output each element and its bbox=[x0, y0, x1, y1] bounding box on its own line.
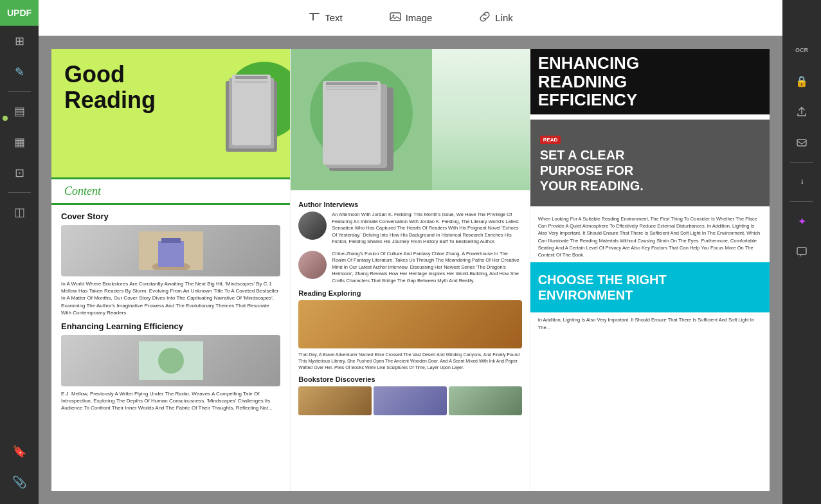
choose-env-title: CHOOSE THE RIGHT ENVIRONMENT bbox=[538, 272, 762, 303]
right-sidebar: OCR 🔒 ℹ ✦ bbox=[782, 0, 821, 504]
svg-rect-22 bbox=[326, 82, 377, 85]
main-content: Good Reading Content bbox=[39, 36, 782, 504]
cover-story-image bbox=[61, 225, 280, 276]
document-col2: Author Interviews An Afternoon With Jord… bbox=[291, 49, 530, 491]
svg-point-3 bbox=[392, 14, 394, 16]
sidebar-divider-1 bbox=[8, 91, 31, 92]
bookstore-grid bbox=[298, 386, 521, 415]
col2-book-image bbox=[291, 49, 529, 190]
app-logo: UPDF bbox=[0, 0, 39, 26]
right-icon-email[interactable] bbox=[789, 130, 815, 156]
col1-sections: Cover Story In A World Where Bookstores … bbox=[51, 205, 290, 424]
svg-rect-14 bbox=[161, 238, 181, 243]
sidebar-icon-pages[interactable]: ⊞ bbox=[6, 28, 32, 54]
bookstore-title: Bookstore Discoveries bbox=[298, 375, 521, 383]
image-tool-label: Image bbox=[406, 12, 433, 23]
sidebar-icon-attachment[interactable]: 📎 bbox=[6, 469, 32, 495]
author2-row: Chloe-Zhang's Fusion Of Culture And Fant… bbox=[298, 251, 521, 285]
svg-rect-25 bbox=[797, 140, 806, 146]
svg-rect-0 bbox=[309, 13, 320, 14]
col3-body-text1: When Looking For A Suitable Reading Envi… bbox=[530, 212, 770, 263]
author1-row: An Afternoon With Jordan K. Fielding: Th… bbox=[298, 212, 521, 246]
author1-text: An Afternoon With Jordan K. Fielding: Th… bbox=[332, 212, 521, 246]
sidebar-divider-2 bbox=[8, 192, 31, 193]
top-toolbar: Text Image Link bbox=[39, 0, 782, 36]
sidebar-bottom: 🔖 📎 bbox=[6, 436, 32, 504]
svg-rect-21 bbox=[323, 81, 381, 165]
active-indicator bbox=[3, 116, 8, 121]
reading-explore-text: That Day, A Brave Adventurer Named Elise… bbox=[298, 352, 521, 370]
right-icon-ocr[interactable]: OCR bbox=[789, 37, 815, 63]
enhance-learning-text: E.J. Mellow, Previously A Writer Flying … bbox=[61, 390, 280, 412]
cover-story-title: Cover Story bbox=[61, 212, 280, 221]
document-page: Good Reading Content bbox=[51, 49, 770, 491]
right-icon-info[interactable]: ℹ bbox=[789, 169, 815, 195]
cover-story-text: In A World Where Bookstores Are Constant… bbox=[61, 280, 280, 316]
sidebar-icon-organize[interactable]: ⊡ bbox=[6, 160, 32, 186]
reading-explore-image bbox=[298, 300, 521, 348]
svg-rect-1 bbox=[312, 13, 314, 21]
col3-env-text: In Addition, Lighting Is Also Very Impor… bbox=[530, 316, 770, 335]
right-icon-share[interactable] bbox=[789, 99, 815, 125]
image-tool-icon bbox=[389, 10, 402, 26]
bookstore-img-2 bbox=[374, 386, 447, 415]
right-divider-1 bbox=[790, 162, 813, 163]
sidebar-icon-bookmark[interactable]: 🔖 bbox=[6, 438, 32, 464]
reading-exploring-title: Reading Exploring bbox=[298, 289, 521, 297]
author1-avatar bbox=[298, 212, 327, 240]
sidebar-icon-layers[interactable]: ◫ bbox=[6, 199, 32, 225]
set-purpose-section: READ SET A CLEAR PURPOSE FOR YOUR READIN… bbox=[530, 120, 770, 206]
document-col3: ENHANCING READNING EFFICIENCY READ SET A… bbox=[530, 49, 770, 491]
text-tool-label: Text bbox=[325, 12, 343, 23]
bookstore-img-1 bbox=[298, 386, 372, 415]
right-divider-2 bbox=[790, 201, 813, 202]
svg-rect-2 bbox=[390, 13, 401, 21]
svg-rect-8 bbox=[232, 75, 271, 145]
sidebar-icon-edit[interactable]: ✎ bbox=[6, 59, 32, 85]
svg-rect-9 bbox=[235, 76, 267, 79]
document-col1: Good Reading Content bbox=[51, 49, 291, 491]
sidebar-icon-forms[interactable]: ▦ bbox=[6, 129, 32, 155]
set-purpose-title: SET A CLEAR PURPOSE FOR YOUR READING. bbox=[540, 147, 760, 194]
link-tool[interactable]: Link bbox=[468, 5, 523, 31]
right-icon-protect[interactable]: 🔒 bbox=[789, 68, 815, 94]
col1-content-label: Content bbox=[51, 177, 290, 205]
read-badge: READ bbox=[540, 136, 561, 144]
image-tool[interactable]: Image bbox=[379, 5, 443, 31]
author2-avatar bbox=[298, 251, 327, 279]
right-icon-ai[interactable]: ✦ bbox=[789, 208, 815, 234]
author-interviews-title: Author Interviews bbox=[298, 201, 521, 208]
author2-text: Chloe-Zhang's Fusion Of Culture And Fant… bbox=[332, 251, 521, 285]
col2-content: Author Interviews An Afternoon With Jord… bbox=[291, 190, 529, 420]
svg-rect-26 bbox=[797, 248, 806, 255]
text-tool[interactable]: Text bbox=[298, 5, 353, 31]
enhance-title: ENHANCING READNING EFFICIENCY bbox=[538, 54, 762, 109]
enhance-learning-image bbox=[61, 335, 280, 386]
left-sidebar: UPDF ⊞ ✎ ▤ ▦ ⊡ ◫ 🔖 📎 bbox=[0, 0, 39, 504]
choose-env-section: CHOOSE THE RIGHT ENVIRONMENT bbox=[530, 262, 770, 312]
sidebar-icon-comment[interactable]: ▤ bbox=[6, 98, 32, 124]
enhance-learning-title: Enhancing Learning Efficiency bbox=[61, 321, 280, 331]
svg-rect-23 bbox=[326, 86, 377, 87]
right-icon-chat[interactable] bbox=[789, 239, 815, 265]
link-tool-icon bbox=[478, 10, 491, 26]
svg-rect-13 bbox=[158, 241, 184, 267]
svg-rect-24 bbox=[326, 89, 377, 90]
bookstore-img-3 bbox=[449, 386, 522, 415]
link-tool-label: Link bbox=[495, 12, 513, 23]
svg-point-16 bbox=[158, 348, 184, 374]
book-image bbox=[219, 68, 284, 152]
col3-header: ENHANCING READNING EFFICIENCY bbox=[530, 49, 770, 114]
text-tool-icon bbox=[308, 10, 321, 26]
svg-rect-10 bbox=[235, 81, 267, 83]
col1-header: Good Reading bbox=[51, 49, 290, 177]
